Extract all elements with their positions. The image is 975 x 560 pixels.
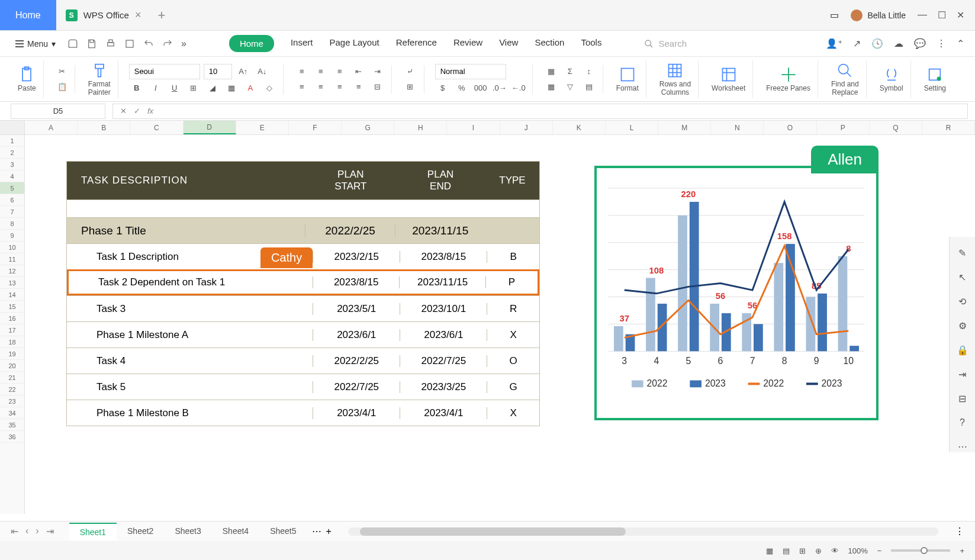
tab-home[interactable]: Home (229, 35, 274, 52)
format-button[interactable]: Format (609, 60, 646, 98)
exit-icon[interactable]: ⇥ (958, 369, 966, 380)
col-J[interactable]: J (500, 121, 553, 134)
maximize-button[interactable]: ☐ (938, 9, 946, 21)
indent-increase-icon[interactable]: ⇥ (370, 65, 385, 78)
prev-sheet-icon[interactable]: ‹ (25, 526, 28, 537)
scroll-config-icon[interactable]: ⋮ (955, 526, 964, 537)
export-icon[interactable]: ↗ (853, 38, 861, 49)
sort-icon[interactable]: ↕ (581, 65, 597, 78)
row-35[interactable]: 35 (0, 419, 24, 431)
percent-icon[interactable]: % (454, 82, 469, 95)
format-painter-group[interactable]: Farmat Painter (81, 60, 118, 98)
col-G[interactable]: G (342, 121, 394, 134)
formula-input[interactable]: ✕ ✓ fx (112, 104, 968, 119)
print-preview-icon[interactable] (124, 38, 135, 49)
window-mode-icon[interactable]: ▭ (830, 9, 839, 21)
tab-view[interactable]: View (499, 35, 518, 52)
setting-button[interactable]: Setting (917, 60, 953, 98)
tab-review[interactable]: Review (453, 35, 482, 52)
find-replace-button[interactable]: Find and Replace (824, 60, 867, 98)
sync-icon[interactable]: ⟲ (958, 296, 966, 307)
row-16[interactable]: 16 (0, 313, 24, 324)
last-sheet-icon[interactable]: ⇥ (46, 526, 54, 537)
copy-icon[interactable]: 📋 (54, 81, 70, 94)
more-sheets-icon[interactable]: ⋯ (312, 526, 321, 537)
row-2[interactable]: 2 (0, 147, 24, 159)
merge-cells-icon[interactable]: ⊞ (403, 81, 418, 94)
row-6[interactable]: 6 (0, 194, 24, 206)
open-icon[interactable] (67, 38, 78, 49)
settings-icon[interactable]: ⚙ (958, 320, 967, 332)
table-row[interactable]: Phase 1 Milestone A2023/6/12023/6/1X (67, 321, 539, 347)
minimize-button[interactable]: — (918, 9, 927, 21)
horizontal-scrollbar[interactable] (348, 527, 938, 536)
zoom-level[interactable]: 100% (848, 546, 868, 555)
col-Q[interactable]: Q (870, 121, 922, 134)
tab-page-layout[interactable]: Page Layout (329, 35, 379, 52)
cancel-formula-icon[interactable]: ✕ (120, 107, 127, 115)
history-icon[interactable]: 🕓 (871, 38, 883, 49)
filter-icon[interactable]: ▽ (562, 81, 578, 94)
tab-insert[interactable]: Insert (291, 35, 313, 52)
user-chip[interactable]: Bella Little (851, 9, 906, 21)
tab-section[interactable]: Section (535, 35, 564, 52)
row-17[interactable]: 17 (0, 324, 24, 336)
italic-button[interactable]: I (148, 82, 163, 95)
font-size-input[interactable] (204, 64, 232, 79)
increase-font-icon[interactable]: A↑ (236, 65, 251, 78)
add-tab-button[interactable]: + (150, 8, 172, 23)
font-color-button[interactable]: A (243, 82, 258, 95)
align-left-icon[interactable]: ≡ (294, 81, 310, 94)
qat-more-icon[interactable]: » (181, 38, 186, 49)
highlight-button[interactable]: ◇ (262, 82, 277, 95)
freeze-panes-button[interactable]: Freeze Panes (759, 60, 818, 98)
col-N[interactable]: N (711, 121, 764, 134)
undo-icon[interactable] (143, 38, 154, 49)
col-B[interactable]: B (78, 121, 130, 134)
redo-icon[interactable] (162, 38, 173, 49)
row-8[interactable]: 8 (0, 218, 24, 230)
zoom-out-button[interactable]: − (877, 546, 882, 555)
row-14[interactable]: 14 (0, 289, 24, 301)
sheet-tab-sheet3[interactable]: Sheet3 (164, 523, 211, 540)
col-F[interactable]: F (289, 121, 342, 134)
row-7[interactable]: 7 (0, 206, 24, 218)
row-9[interactable]: 9 (0, 230, 24, 242)
sheet-tab-sheet5[interactable]: Sheet5 (259, 523, 307, 540)
row-13[interactable]: 13 (0, 277, 24, 289)
increase-decimal-icon[interactable]: .0→ (492, 82, 507, 95)
currency-icon[interactable]: $ (435, 82, 451, 95)
table-row[interactable] (67, 199, 539, 217)
zoom-in-button[interactable]: + (960, 546, 964, 555)
row-19[interactable]: 19 (0, 348, 24, 360)
col-I[interactable]: I (447, 121, 500, 134)
table-row[interactable]: Phase 1 Milestone B2023/4/12023/4/1X (67, 400, 539, 426)
sheet-tab-sheet4[interactable]: Sheet4 (212, 523, 259, 540)
eye-icon[interactable]: 👁 (831, 546, 839, 555)
sheet-body[interactable]: TASK DESCRIPTION PLAN START PLAN END TYP… (25, 135, 975, 514)
row-11[interactable]: 11 (0, 253, 24, 265)
wrap-text-icon[interactable]: ⤶ (403, 65, 418, 78)
lock-icon[interactable]: 🔒 (957, 345, 968, 356)
row-1[interactable]: 1 (0, 135, 24, 147)
row-36[interactable]: 36 (0, 431, 24, 443)
align-bottom-icon[interactable]: ≡ (332, 65, 347, 78)
table-row[interactable]: Task 1 DescriptionCathy2023/2/152023/8/1… (67, 243, 539, 269)
row-18[interactable]: 18 (0, 336, 24, 348)
table-row[interactable]: Task 32023/5/12023/10/1R (67, 295, 539, 321)
indent-decrease-icon[interactable]: ⇤ (351, 65, 366, 78)
edit-icon[interactable]: ✎ (958, 247, 966, 259)
next-sheet-icon[interactable]: › (36, 526, 38, 537)
select-all-corner[interactable] (0, 121, 25, 135)
view-page-icon[interactable]: ▤ (783, 546, 790, 555)
tab-tools[interactable]: Tools (581, 35, 601, 52)
row-34[interactable]: 34 (0, 407, 24, 419)
fill-icon[interactable]: ▤ (581, 81, 597, 94)
row-3[interactable]: 3 (0, 159, 24, 170)
search-box[interactable]: Search (644, 38, 687, 49)
cloud-icon[interactable]: ☁ (894, 38, 903, 49)
worksheet-button[interactable]: Worksheet (704, 60, 753, 98)
col-M[interactable]: M (658, 121, 711, 134)
col-H[interactable]: H (394, 121, 447, 134)
document-tab[interactable]: S WPS Office × (56, 0, 151, 30)
